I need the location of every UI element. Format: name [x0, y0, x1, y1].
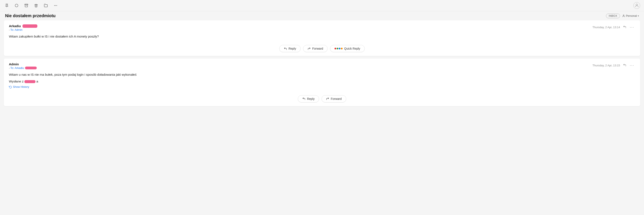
- toolbar: [0, 0, 644, 11]
- email-timestamp-2: Thursday, 2 Apr, 13:15: [592, 64, 620, 67]
- forward-button-1[interactable]: Forward: [303, 45, 328, 52]
- personal-label-text: Personal: [626, 14, 637, 17]
- sender-name-2: Admin: [9, 62, 37, 66]
- to-chevron-2: ›: [9, 67, 10, 69]
- more-options-1[interactable]: ···: [629, 24, 635, 30]
- header-bar: Nie dostałem przedmiotu INBOX Personal ▾: [0, 11, 644, 20]
- email-header-2: Admin › To: Arkadiu Thursday, 2 Apr, 13:…: [4, 58, 640, 70]
- email-subject: Nie dostałem przedmiotu: [5, 13, 56, 18]
- email-header-1: Arkadiu › To: Admin Thursday, 2 Apr, 13:…: [4, 20, 640, 32]
- email-thread: Arkadiu › To: Admin Thursday, 2 Apr, 13:…: [0, 20, 644, 113]
- reply-icon-btn-2[interactable]: [622, 63, 627, 68]
- circle-icon[interactable]: [14, 2, 20, 8]
- to-chevron-1: ›: [9, 29, 10, 31]
- email-to-2[interactable]: › To: Arkadiu: [9, 66, 37, 70]
- reply-button-1[interactable]: Reply: [279, 45, 300, 52]
- email-card-1: Arkadiu › To: Admin Thursday, 2 Apr, 13:…: [4, 20, 640, 56]
- header-right: INBOX Personal ▾: [606, 13, 639, 18]
- reply-button-2[interactable]: Reply: [298, 95, 319, 102]
- sent-line: Wysłane z a: [9, 79, 635, 84]
- trash-icon[interactable]: [33, 2, 39, 8]
- quick-reply-button-1[interactable]: Quick Reply: [330, 45, 364, 52]
- svg-point-5: [57, 5, 57, 6]
- more-icon[interactable]: [53, 2, 58, 8]
- email-meta-1: Thursday, 2 Apr, 13:14 ···: [592, 24, 635, 30]
- svg-point-1: [15, 4, 18, 7]
- archive-icon[interactable]: [23, 2, 29, 8]
- inbox-badge: INBOX: [606, 13, 620, 18]
- svg-point-7: [623, 15, 624, 16]
- forward-button-2[interactable]: Forward: [322, 95, 346, 102]
- more-options-2[interactable]: ···: [629, 63, 635, 68]
- email-to-1[interactable]: › To: Admin: [9, 28, 37, 31]
- show-history-btn[interactable]: Show History: [9, 85, 635, 89]
- email-body-1: Witam zakupiłem bułki w IS i nie dostałe…: [4, 32, 640, 43]
- svg-point-3: [54, 5, 55, 6]
- svg-rect-2: [25, 4, 28, 5]
- action-bar-1: Reply Forward Quick Reply: [4, 43, 640, 56]
- pin-icon[interactable]: [4, 2, 10, 8]
- folder-icon[interactable]: [43, 2, 49, 8]
- email-action-icons-2: ···: [622, 63, 635, 68]
- action-bar-2: Reply Forward: [4, 93, 640, 106]
- svg-point-4: [56, 5, 56, 6]
- redacted-name-1: [22, 24, 37, 28]
- email-body-2: Witam u nas w IS nie ma bułek, poza tym …: [4, 70, 640, 93]
- email-meta-2: Thursday, 2 Apr, 13:15 ···: [592, 63, 635, 68]
- redacted-sent: [24, 80, 36, 83]
- svg-point-6: [636, 4, 638, 5]
- chevron-down-icon: ▾: [638, 14, 639, 17]
- sender-block-2: Admin › To: Arkadiu: [9, 62, 37, 70]
- email-timestamp-1: Thursday, 2 Apr, 13:14: [592, 26, 620, 29]
- redacted-name-2: [25, 67, 37, 69]
- sender-name-1: Arkadiu: [9, 24, 37, 28]
- sender-block-1: Arkadiu › To: Admin: [9, 24, 37, 31]
- email-action-icons-1: ···: [622, 24, 635, 30]
- reply-icon-btn-1[interactable]: [622, 25, 627, 30]
- personal-label[interactable]: Personal ▾: [622, 14, 639, 17]
- quick-reply-dots-icon: [334, 48, 342, 49]
- email-card-2: Admin › To: Arkadiu Thursday, 2 Apr, 13:…: [4, 58, 640, 106]
- user-avatar[interactable]: [634, 2, 640, 9]
